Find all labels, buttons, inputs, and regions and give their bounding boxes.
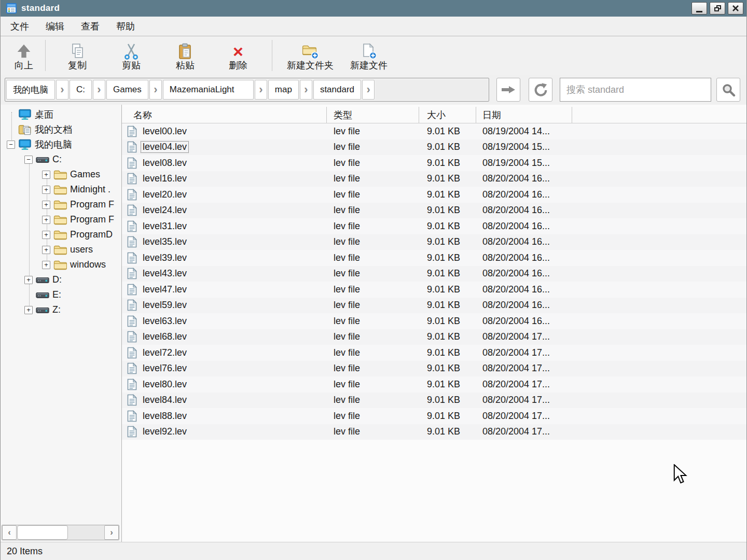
- paste-button[interactable]: 粘贴: [167, 39, 203, 73]
- menu-file[interactable]: 文件: [4, 18, 36, 35]
- restore-icon: [714, 5, 721, 11]
- tree-item-program-files-1[interactable]: + Program F: [1, 197, 121, 212]
- file-row[interactable]: level63.lev lev file 9.01 KB 08/20/2004 …: [122, 313, 746, 329]
- file-type: lev file: [327, 189, 419, 200]
- tree-item-windows[interactable]: + windows: [1, 257, 121, 272]
- expand-icon[interactable]: +: [42, 246, 50, 254]
- menu-help[interactable]: 帮助: [109, 18, 142, 35]
- column-header-type[interactable]: 类型: [327, 107, 419, 123]
- tree-item-program-files-2[interactable]: + Program F: [1, 212, 121, 227]
- tree-item-z-drive[interactable]: + Z:: [1, 302, 121, 317]
- file-row[interactable]: level68.lev lev file 9.01 KB 08/20/2004 …: [122, 329, 746, 345]
- tree-item-d-drive[interactable]: + D:: [1, 272, 121, 287]
- column-header-size[interactable]: 大小: [419, 107, 476, 123]
- crumb-my-computer[interactable]: 我的电脑: [6, 80, 55, 100]
- minimize-button[interactable]: [691, 2, 707, 15]
- file-row[interactable]: level08.lev lev file 9.01 KB 08/19/2004 …: [122, 155, 746, 171]
- refresh-button[interactable]: [529, 78, 552, 102]
- crumb-games[interactable]: Games: [106, 80, 148, 100]
- folder-icon: [53, 229, 67, 241]
- tree-item-e-drive[interactable]: E:: [1, 287, 121, 302]
- scroll-left-button[interactable]: ‹: [2, 525, 17, 540]
- expand-icon[interactable]: +: [42, 186, 50, 194]
- chevron-right-icon[interactable]: ›: [255, 80, 267, 100]
- file-row[interactable]: level24.lev lev file 9.01 KB 08/20/2004 …: [122, 203, 746, 219]
- expand-icon[interactable]: +: [42, 261, 50, 269]
- chevron-right-icon[interactable]: ›: [149, 80, 162, 100]
- tree-item-midnight[interactable]: + Midnight .: [1, 182, 121, 197]
- search-input[interactable]: [560, 78, 711, 102]
- file-row[interactable]: level20.lev lev file 9.01 KB 08/20/2004 …: [122, 187, 746, 203]
- file-name: level80.lev: [141, 379, 188, 390]
- scroll-right-button[interactable]: ›: [104, 525, 119, 540]
- restore-button[interactable]: [710, 2, 725, 15]
- collapse-icon[interactable]: −: [24, 156, 33, 164]
- expand-icon[interactable]: +: [42, 171, 50, 179]
- tree-item-my-documents[interactable]: 我的文档: [1, 122, 121, 137]
- expand-icon[interactable]: +: [24, 306, 33, 314]
- file-type: lev file: [327, 331, 419, 342]
- tree-item-desktop[interactable]: 桌面: [1, 107, 121, 122]
- tree-item-users[interactable]: + users: [1, 242, 121, 257]
- file-row[interactable]: level72.lev lev file 9.01 KB 08/20/2004 …: [122, 345, 746, 361]
- file-type: lev file: [327, 395, 419, 405]
- file-row[interactable]: level84.lev lev file 9.01 KB 08/20/2004 …: [122, 393, 746, 409]
- new-file-button[interactable]: 新建文件: [344, 39, 394, 73]
- file-row[interactable]: level04.lev lev file 9.01 KB 08/19/2004 …: [122, 139, 746, 156]
- tree-item-label: ProgramD: [70, 229, 113, 240]
- chevron-right-icon[interactable]: ›: [300, 80, 312, 100]
- file-row[interactable]: level35.lev lev file 9.01 KB 08/20/2004 …: [122, 234, 746, 250]
- scrollbar-thumb[interactable]: [17, 525, 68, 540]
- chevron-right-icon[interactable]: ›: [362, 80, 375, 100]
- file-row[interactable]: level16.lev lev file 9.01 KB 08/20/2004 …: [122, 171, 746, 187]
- expand-icon[interactable]: +: [42, 231, 50, 239]
- file-name-focused: level04.lev: [141, 142, 188, 152]
- delete-button[interactable]: × 删除: [220, 39, 256, 73]
- crumb-c-drive[interactable]: C:: [70, 80, 92, 100]
- file-row[interactable]: level43.lev lev file 9.01 KB 08/20/2004 …: [122, 266, 746, 282]
- copy-button[interactable]: 复制: [59, 39, 95, 73]
- file-row[interactable]: level92.lev lev file 9.01 KB 08/20/2004 …: [122, 424, 746, 440]
- file-type: lev file: [327, 126, 419, 137]
- search-button[interactable]: [716, 78, 740, 102]
- go-button[interactable]: [496, 78, 520, 102]
- new-folder-icon: [301, 41, 320, 60]
- file-row[interactable]: level88.lev lev file 9.01 KB 08/20/2004 …: [122, 408, 746, 424]
- file-row[interactable]: level47.lev lev file 9.01 KB 08/20/2004 …: [122, 282, 746, 298]
- crumb-standard[interactable]: standard: [313, 80, 361, 100]
- tree-item-my-computer[interactable]: − 我的电脑: [1, 137, 121, 152]
- chevron-right-icon[interactable]: ›: [93, 80, 105, 100]
- menu-edit[interactable]: 编辑: [39, 18, 71, 35]
- collapse-icon[interactable]: −: [7, 141, 15, 149]
- scrollbar-track[interactable]: [68, 525, 104, 540]
- close-button[interactable]: [728, 2, 743, 15]
- crumb-map[interactable]: map: [268, 80, 299, 100]
- chevron-right-icon[interactable]: ›: [56, 80, 68, 100]
- new-folder-button[interactable]: 新建文件夹: [281, 39, 340, 73]
- tree-item-programdata[interactable]: + ProgramD: [1, 227, 121, 242]
- file-row[interactable]: level31.lev lev file 9.01 KB 08/20/2004 …: [122, 218, 746, 234]
- column-header-name[interactable]: 名称: [122, 107, 327, 123]
- column-header-date[interactable]: 日期: [476, 107, 572, 123]
- crumb-mazemanialight[interactable]: MazemaniaLight: [163, 80, 254, 100]
- expand-icon[interactable]: +: [42, 216, 50, 224]
- up-button[interactable]: 向上: [6, 39, 42, 73]
- file-row[interactable]: level80.lev lev file 9.01 KB 08/20/2004 …: [122, 376, 746, 393]
- expand-icon[interactable]: +: [24, 276, 33, 284]
- menu-view[interactable]: 查看: [74, 18, 106, 35]
- file-icon: [127, 331, 137, 343]
- cut-button[interactable]: 剪贴: [113, 39, 149, 73]
- file-row[interactable]: level59.lev lev file 9.01 KB 08/20/2004 …: [122, 298, 746, 314]
- expand-icon[interactable]: +: [42, 201, 50, 209]
- file-row[interactable]: level00.lev lev file 9.01 KB 08/19/2004 …: [122, 123, 746, 139]
- file-row[interactable]: level39.lev lev file 9.01 KB 08/20/2004 …: [122, 250, 746, 266]
- file-size: 9.01 KB: [419, 236, 476, 247]
- tree-item-games[interactable]: + Games: [1, 167, 121, 182]
- drive-icon: [36, 274, 49, 286]
- file-row[interactable]: level76.lev lev file 9.01 KB 08/20/2004 …: [122, 361, 746, 377]
- file-name: level16.lev: [141, 173, 188, 184]
- tree-item-c-drive[interactable]: − C:: [1, 152, 121, 167]
- scissors-icon: [123, 41, 140, 60]
- drive-icon: [36, 304, 49, 316]
- folder-icon: [53, 169, 67, 180]
